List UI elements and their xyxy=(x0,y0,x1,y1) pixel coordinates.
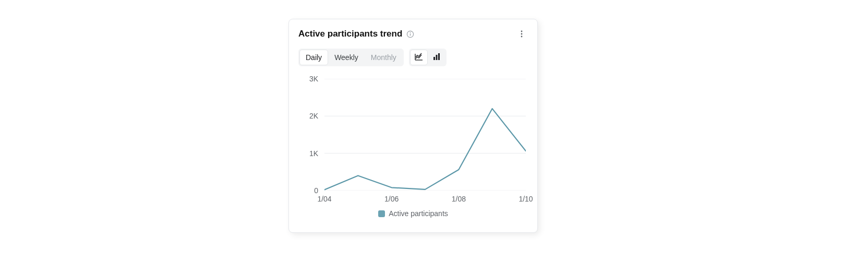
active-participants-card: Active participants trend Daily Weekly M… xyxy=(288,19,538,233)
x-axis: 1/041/061/081/10 xyxy=(324,194,526,206)
tab-weekly[interactable]: Weekly xyxy=(328,50,365,65)
card-title: Active participants trend xyxy=(298,29,402,39)
line-chart-button[interactable] xyxy=(410,50,428,65)
x-tick-label: 1/04 xyxy=(317,195,331,203)
chart-area: 01K2K3K 1/041/061/081/10 xyxy=(298,76,528,206)
chart-grid xyxy=(324,79,526,191)
card-controls: Daily Weekly Monthly xyxy=(298,49,528,66)
y-tick-label: 1K xyxy=(309,149,318,158)
y-tick-label: 3K xyxy=(309,75,318,83)
tab-daily[interactable]: Daily xyxy=(299,50,328,65)
svg-point-4 xyxy=(521,33,523,35)
card-title-wrap: Active participants trend xyxy=(298,29,414,39)
info-icon[interactable] xyxy=(406,30,414,38)
card-header: Active participants trend xyxy=(298,28,528,40)
more-options-button[interactable] xyxy=(515,28,528,40)
chart-type-toggle xyxy=(409,49,447,66)
svg-point-1 xyxy=(410,32,411,33)
legend-swatch xyxy=(378,210,385,217)
svg-point-3 xyxy=(521,31,523,32)
chart-plot xyxy=(324,79,526,191)
x-tick-label: 1/08 xyxy=(452,195,466,203)
bar-chart-icon xyxy=(432,52,441,62)
svg-rect-2 xyxy=(410,33,411,35)
chart-svg xyxy=(324,79,526,191)
svg-rect-6 xyxy=(433,57,435,60)
x-tick-label: 1/10 xyxy=(519,195,533,203)
svg-point-5 xyxy=(521,36,523,38)
svg-rect-7 xyxy=(436,55,437,60)
bar-chart-button[interactable] xyxy=(428,50,445,65)
line-chart-icon xyxy=(414,52,424,62)
y-tick-label: 0 xyxy=(314,186,318,195)
legend-label: Active participants xyxy=(389,209,448,218)
x-tick-label: 1/06 xyxy=(384,195,399,203)
y-tick-label: 2K xyxy=(309,112,318,120)
chart-legend: Active participants xyxy=(298,209,528,218)
time-range-toggle: Daily Weekly Monthly xyxy=(298,49,404,66)
svg-rect-8 xyxy=(438,53,440,60)
chart-series-line xyxy=(324,109,526,189)
tab-monthly: Monthly xyxy=(365,50,403,65)
y-axis: 01K2K3K xyxy=(298,76,322,191)
